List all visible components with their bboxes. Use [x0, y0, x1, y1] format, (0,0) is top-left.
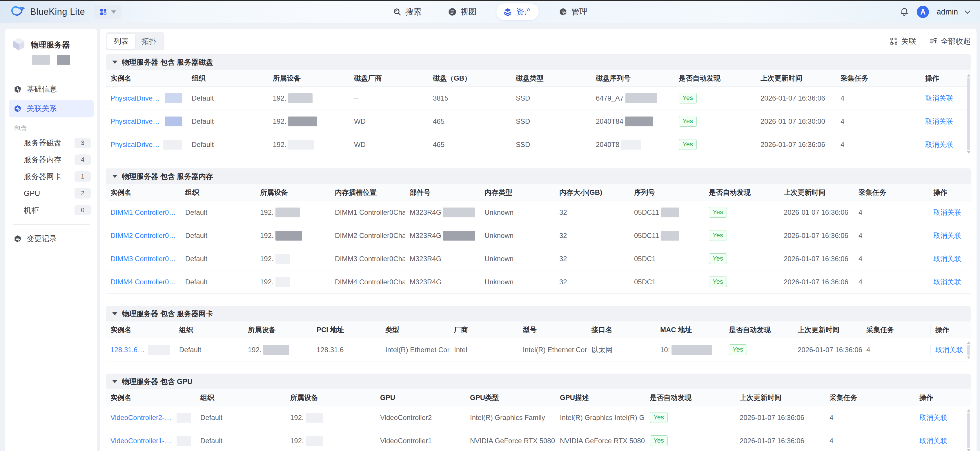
nav-item-search[interactable]: 搜索	[386, 3, 428, 20]
cancel-relation-link[interactable]: 取消关联	[925, 94, 953, 103]
sidebar-item-server-nic[interactable]: 服务器网卡 1	[9, 168, 94, 185]
cell: Yes	[704, 253, 779, 264]
collapse-all-button[interactable]: 全部收起	[929, 36, 971, 46]
redaction-block	[625, 116, 653, 126]
instance-link[interactable]: DIMM1 Controller0Channe...	[110, 208, 176, 216]
column-header: 序列号	[630, 188, 704, 197]
cancel-relation-link[interactable]: 取消关联	[920, 436, 947, 446]
cancel-relation-link[interactable]: 取消关联	[933, 208, 961, 217]
table-scrollbar[interactable]	[967, 73, 971, 154]
cell: 2040T8	[591, 140, 674, 149]
cell-text: 4	[859, 208, 862, 216]
redaction-block	[671, 345, 712, 355]
cell: Default	[187, 118, 268, 125]
sidebar-item-label: GPU	[24, 189, 40, 198]
tab-topology[interactable]: 拓扑	[135, 33, 163, 49]
tab-list[interactable]: 列表	[107, 33, 135, 49]
relate-button[interactable]: 关联	[889, 36, 916, 46]
redaction-block	[305, 413, 323, 422]
cell-text: 465	[433, 141, 444, 149]
column-header: 型号	[518, 325, 587, 335]
cell: Yes	[704, 207, 779, 218]
column-header: 厂商	[449, 325, 518, 335]
cell-text: 192.	[260, 255, 274, 263]
cell-text: Default	[192, 94, 214, 102]
cell-text: 32	[559, 278, 567, 286]
section-header[interactable]: 物理服务器 包含 服务器磁盘	[106, 54, 971, 70]
table-scrollbar[interactable]	[967, 408, 971, 451]
cell-text: SSD	[516, 118, 530, 125]
username[interactable]: admin	[937, 8, 958, 16]
column-header: 类型	[381, 325, 449, 335]
user-menu-chevron-icon[interactable]	[965, 8, 970, 14]
instance-link[interactable]: DIMM3 Controller0Channe...	[110, 255, 176, 263]
sidebar-item-relations[interactable]: 关联关系	[9, 100, 94, 118]
table-row: DIMM2 Controller0Channe...Default192.DIM…	[106, 224, 971, 247]
column-header: 实例名	[106, 325, 175, 335]
cell: 192.	[255, 277, 330, 287]
cell-text: 2040T84	[596, 118, 624, 125]
instance-link[interactable]: PhysicalDrive1-192.	[110, 141, 162, 149]
cell-text: Default	[200, 437, 223, 445]
cancel-relation-link[interactable]: 取消关联	[933, 277, 961, 287]
table-scrollbar[interactable]	[967, 341, 971, 360]
nav-item-asset[interactable]: 资产	[496, 3, 539, 20]
table-row: PhysicalDrive3-192.Default192.WD465SSD20…	[106, 110, 971, 133]
instance-link[interactable]: PhysicalDrive0-192.	[110, 94, 163, 102]
sidebar-item-rack[interactable]: 机柜 0	[9, 202, 94, 219]
notification-bell-icon[interactable]	[899, 7, 909, 17]
column-header: 上次更新时间	[735, 393, 825, 402]
cell-text: Unknown	[485, 278, 514, 286]
instance-link[interactable]: DIMM2 Controller0Channe...	[110, 232, 176, 240]
cell: M323R4G	[405, 208, 480, 218]
cell-text: 2026-01-07 16:36:06	[784, 208, 848, 216]
column-header: 采集任务	[825, 393, 915, 402]
cell-text: 192.	[273, 141, 286, 149]
redaction-block	[661, 231, 679, 241]
instance-link[interactable]: VideoController2-192.1	[110, 414, 175, 422]
app-switcher-button[interactable]	[94, 5, 121, 19]
cell: 192.	[268, 116, 349, 126]
cancel-relation-link[interactable]: 取消关联	[925, 117, 953, 126]
section-title: 物理服务器 包含 服务器磁盘	[122, 57, 213, 67]
sidebar-item-gpu[interactable]: GPU 2	[9, 185, 94, 202]
cell-text: 192.	[260, 208, 274, 216]
sidebar-item-change-records[interactable]: 变更记录	[9, 230, 94, 248]
hexagon-model-icon	[13, 104, 22, 113]
brand[interactable]: BlueKing Lite	[10, 4, 85, 19]
cell: --	[349, 94, 428, 102]
cell: 192.	[243, 345, 312, 355]
section-header[interactable]: 物理服务器 包含 GPU	[106, 373, 971, 389]
sidebar-item-label: 服务器磁盘	[24, 138, 62, 148]
cell: Yes	[704, 276, 779, 287]
redaction-block	[177, 436, 191, 446]
nav-item-view[interactable]: 视图	[441, 3, 483, 20]
cell: 465	[428, 118, 511, 125]
section-header[interactable]: 物理服务器 包含 服务器内存	[106, 168, 971, 184]
instance-link[interactable]: 128.31.6-192	[110, 346, 146, 354]
cell: 4	[836, 141, 921, 149]
instance-link[interactable]: DIMM4 Controller0Channe...	[110, 278, 176, 286]
cancel-relation-link[interactable]: 取消关联	[935, 345, 963, 354]
instance-link[interactable]: VideoController1-192.1	[110, 437, 175, 445]
cell: 32	[555, 208, 630, 216]
column-header: 磁盘厂商	[349, 74, 428, 83]
cancel-relation-link[interactable]: 取消关联	[933, 254, 961, 264]
nav-item-manage[interactable]: 管理	[552, 3, 594, 20]
cancel-relation-link[interactable]: 取消关联	[933, 231, 961, 240]
cell: 192.	[268, 93, 349, 103]
sidebar-item-server-memory[interactable]: 服务器内存 4	[9, 151, 94, 168]
sidebar-item-basic-info[interactable]: 基础信息	[9, 80, 94, 98]
redaction-block	[263, 345, 290, 355]
section-header[interactable]: 物理服务器 包含 服务器网卡	[106, 306, 971, 321]
instance-link[interactable]: PhysicalDrive3-192.	[110, 118, 163, 125]
section-server-disk: 物理服务器 包含 服务器磁盘 实例名组织所属设备磁盘厂商磁盘（GB）磁盘类型磁盘…	[106, 54, 971, 156]
sidebar-item-server-disk[interactable]: 服务器磁盘 3	[9, 135, 94, 151]
cell: 取消关联	[921, 117, 971, 126]
cell-text: DIMM3 Controller0Channe...	[335, 255, 405, 263]
cancel-relation-link[interactable]: 取消关联	[920, 413, 947, 422]
user-avatar[interactable]: A	[917, 6, 929, 18]
nav-label: 资产	[516, 6, 532, 17]
cancel-relation-link[interactable]: 取消关联	[925, 140, 953, 149]
auto-discover-badge: Yes	[679, 93, 697, 103]
